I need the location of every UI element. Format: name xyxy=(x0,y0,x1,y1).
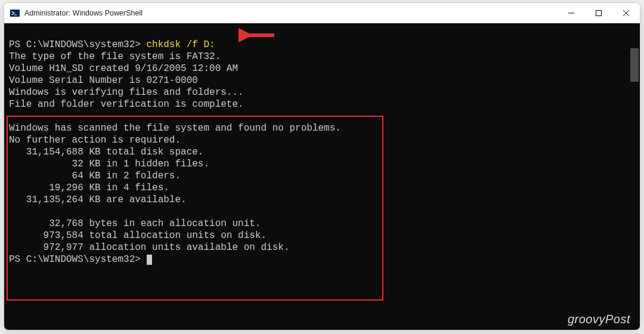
result-line: No further action is required. xyxy=(9,135,181,146)
window-title: Administrator: Windows PowerShell xyxy=(24,9,558,17)
result-line: 973,584 total allocation units on disk. xyxy=(9,230,267,241)
svg-rect-3 xyxy=(596,11,602,16)
cursor xyxy=(147,255,152,265)
output-line: The type of the file system is FAT32. xyxy=(9,51,221,62)
output-line: File and folder verification is complete… xyxy=(9,99,244,110)
powershell-window: Administrator: Windows PowerShell PS C:\… xyxy=(4,2,640,330)
prompt-line-2: PS C:\WINDOWS\system32> xyxy=(9,254,152,265)
result-line: 19,296 KB in 4 files. xyxy=(9,183,169,193)
window-controls xyxy=(558,3,640,23)
close-button[interactable] xyxy=(612,3,640,23)
result-line: Windows has scanned the file system and … xyxy=(9,123,341,134)
terminal-output[interactable]: PS C:\WINDOWS\system32> chkdsk /f D: The… xyxy=(4,23,640,330)
output-line: Windows is verifying files and folders..… xyxy=(9,87,244,98)
prompt-path-2: PS C:\WINDOWS\system32> xyxy=(9,254,146,265)
result-line: 972,977 allocation units available on di… xyxy=(9,242,289,253)
result-line: 32,768 bytes in each allocation unit. xyxy=(9,218,261,229)
result-line: 32 KB in 1 hidden files. xyxy=(9,159,209,169)
command-text: chkdsk /f D: xyxy=(146,39,215,50)
minimize-button[interactable] xyxy=(558,3,585,23)
scrollbar-thumb[interactable] xyxy=(630,48,639,82)
prompt-path: PS C:\WINDOWS\system32> xyxy=(9,39,146,50)
output-line: Volume Serial Number is 0271-0000 xyxy=(9,75,198,86)
result-line: 64 KB in 2 folders. xyxy=(9,171,181,181)
result-line: 31,135,264 KB are available. xyxy=(9,194,187,205)
result-line: 31,154,688 KB total disk space. xyxy=(9,147,203,157)
watermark: groovyPost xyxy=(568,313,630,325)
output-line: Volume H1N_SD created 9/16/2005 12:00 AM xyxy=(9,63,238,74)
maximize-button[interactable] xyxy=(585,3,612,23)
powershell-icon xyxy=(10,8,20,18)
prompt-line-1: PS C:\WINDOWS\system32> chkdsk /f D: xyxy=(9,39,215,50)
titlebar[interactable]: Administrator: Windows PowerShell xyxy=(4,3,640,23)
